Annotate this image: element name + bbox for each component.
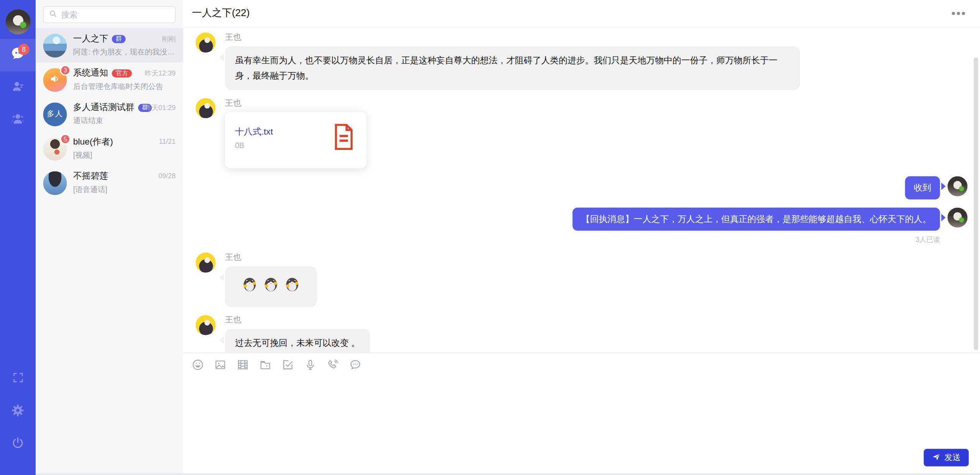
- message-list[interactable]: 王也 虽有幸生而为人，也不要以万物灵长自居，正是这种妄自尊大的想法，才阻碍了人类…: [183, 28, 980, 353]
- nav-groups-button[interactable]: [0, 104, 36, 136]
- emoji-picker-button[interactable]: [190, 358, 204, 371]
- current-user-avatar[interactable]: [5, 9, 30, 34]
- self-avatar[interactable]: [947, 176, 967, 196]
- group-tag-badge: 群: [112, 35, 126, 43]
- message-bubble[interactable]: 收到: [905, 176, 940, 199]
- group-people-icon: [10, 111, 26, 129]
- conversation-item-system-notice[interactable]: 3 系统通知 官方 后台管理仓库临时关闭公告 昨天12:39: [36, 62, 183, 97]
- conversation-preview: [视频]: [73, 150, 176, 161]
- gear-icon: [11, 403, 25, 420]
- conversation-name: 系统通知: [73, 67, 108, 79]
- chat-history-button[interactable]: [348, 358, 362, 371]
- message-bubble[interactable]: 虽有幸生而为人，也不要以万物灵长自居，正是这种妄自尊大的想法，才阻碍了人类的进步…: [225, 46, 800, 90]
- chat-app-window: 8: [0, 0, 980, 475]
- sender-avatar[interactable]: [195, 315, 215, 335]
- file-name-link[interactable]: 十八式.txt: [235, 126, 273, 137]
- speaker-icon: [49, 72, 61, 87]
- file-upload-button[interactable]: [258, 358, 272, 371]
- nav-contacts-button[interactable]: [0, 71, 36, 104]
- message-row-outgoing: 收到: [195, 176, 967, 199]
- conversation-name: 不摇碧莲: [73, 171, 108, 182]
- phone-call-button[interactable]: [326, 358, 340, 371]
- sender-name: 王也: [225, 253, 317, 261]
- left-nav-rail: 8: [0, 0, 36, 475]
- self-avatar[interactable]: [947, 207, 967, 227]
- sender-name: 王也: [225, 99, 366, 107]
- voice-message-button[interactable]: [303, 358, 317, 371]
- conversation-avatar: [43, 171, 67, 195]
- message-row-outgoing: 【回执消息】一人之下，万人之上，但真正的强者，是那些能够超越自我、心怀天下的人。…: [195, 207, 967, 244]
- unread-count-badge: 5: [60, 133, 71, 144]
- paper-plane-icon: [932, 452, 941, 463]
- conversation-name: 一人之下: [73, 33, 108, 44]
- send-button[interactable]: 发送: [924, 449, 969, 467]
- message-bubble[interactable]: 过去无可挽回，未来可以改变 。: [225, 329, 370, 353]
- conversation-preview: 阿莲: 作为朋友，现在的我没法...: [73, 47, 176, 58]
- conversation-name: 多人通话测试群: [73, 102, 135, 113]
- message-input-area[interactable]: [183, 374, 980, 475]
- screenshot-select-button[interactable]: [281, 358, 294, 371]
- search-icon: [49, 9, 57, 20]
- penguin-sticker-icon: [241, 276, 258, 297]
- video-upload-button[interactable]: [236, 358, 250, 371]
- penguin-sticker-icon: [284, 276, 300, 297]
- unread-count-badge: 3: [60, 65, 71, 76]
- official-tag-badge: 官方: [112, 69, 132, 77]
- message-row: 王也 虽有幸生而为人，也不要以万物灵长自居，正是这种妄自尊大的想法，才阻碍了人类…: [195, 33, 967, 90]
- conversation-time: 昨天01:29: [144, 103, 176, 112]
- sticker-bubble[interactable]: [225, 266, 317, 307]
- file-size: 0B: [235, 141, 273, 150]
- conversation-avatar: [43, 33, 67, 57]
- conversation-time: 09/28: [158, 172, 176, 179]
- chat-main-area: 一人之下(22) 王也 虽有幸生而为人，也不要以万物灵长自居，正是这种妄自尊大的…: [183, 0, 980, 475]
- sender-avatar[interactable]: [195, 33, 215, 53]
- nav-chats-button[interactable]: 8: [0, 39, 36, 71]
- read-receipt: 3人已读: [916, 235, 940, 244]
- power-icon: [11, 436, 24, 452]
- conversation-preview: 通话结束: [73, 116, 176, 127]
- message-bubble[interactable]: 【回执消息】一人之下，万人之上，但真正的强者，是那些能够超越自我、心怀天下的人。: [573, 207, 940, 230]
- send-button-label: 发送: [944, 452, 960, 463]
- conversation-time: 刚刚: [162, 35, 176, 44]
- conversation-item-buyaobilian[interactable]: 不摇碧莲 [语音通话] 09/28: [36, 166, 183, 200]
- conversation-item-blue-author[interactable]: 5 blue(作者) [视频] 11/21: [36, 131, 183, 166]
- document-file-icon: [331, 123, 356, 153]
- composer-toolbar: [183, 353, 980, 374]
- power-button[interactable]: [0, 427, 36, 460]
- conversation-list-panel: 一人之下 群 阿莲: 作为朋友，现在的我没法... 刚刚 3 系统通知 官方 后…: [36, 0, 183, 475]
- message-scrollbar[interactable]: [974, 58, 978, 350]
- message-row: 王也 过去无可挽回，未来可以改变 。: [195, 315, 967, 353]
- fullscreen-icon: [11, 371, 24, 386]
- conversation-item-yirenzhixia[interactable]: 一人之下 群 阿莲: 作为朋友，现在的我没法... 刚刚: [36, 28, 183, 62]
- more-menu-button[interactable]: [950, 8, 966, 19]
- conversation-preview: 后台管理仓库临时关闭公告: [73, 81, 176, 92]
- app-scale-wrapper: 8: [0, 0, 980, 475]
- conversation-avatar: 5: [43, 136, 67, 160]
- file-attachment-card[interactable]: 十八式.txt 0B: [225, 112, 366, 168]
- message-composer: 发送: [183, 353, 980, 475]
- sender-name: 王也: [225, 316, 370, 324]
- conversation-time: 11/21: [159, 138, 176, 145]
- conversation-preview: [语音通话]: [73, 184, 176, 195]
- image-upload-button[interactable]: [213, 358, 227, 371]
- conversation-name: blue(作者): [73, 136, 113, 148]
- settings-button[interactable]: [0, 395, 36, 428]
- sender-avatar[interactable]: [195, 253, 215, 273]
- search-input[interactable]: [61, 10, 170, 19]
- unread-total-badge: 8: [18, 44, 29, 55]
- chat-title: 一人之下(22): [192, 7, 250, 20]
- avatar-label: 多人: [47, 109, 63, 120]
- search-box[interactable]: [43, 6, 176, 23]
- penguin-sticker-icon: [263, 276, 279, 297]
- message-row: 王也: [195, 253, 967, 307]
- fullscreen-button[interactable]: [0, 363, 36, 395]
- sender-avatar[interactable]: [195, 98, 215, 118]
- conversation-info: 一人之下 群 阿莲: 作为朋友，现在的我没法...: [73, 33, 176, 58]
- chat-header: 一人之下(22): [183, 0, 980, 28]
- contact-person-icon: [10, 79, 25, 96]
- conversation-item-multi-call-group[interactable]: 多人 多人通话测试群 群 通话结束 昨天01:29: [36, 97, 183, 131]
- sender-name: 王也: [225, 33, 800, 41]
- conversation-avatar: 3: [43, 68, 67, 92]
- conversation-avatar: 多人: [43, 102, 67, 126]
- conversation-time: 昨天12:39: [144, 69, 176, 78]
